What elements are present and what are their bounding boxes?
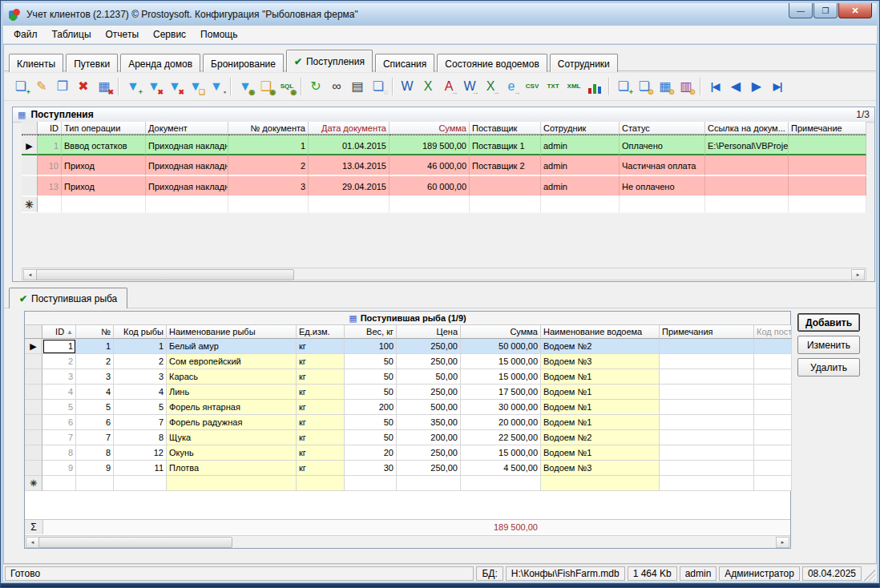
cell[interactable]: Приход [62,176,146,197]
cell[interactable]: Водоем №1 [541,385,660,400]
cell[interactable] [309,197,390,213]
cell[interactable]: 3 [42,369,76,385]
row-selector[interactable] [22,155,38,176]
edit-button[interactable]: Изменить [797,336,860,354]
tab-active[interactable]: ✔Поступления [286,50,373,72]
cell[interactable]: 29.04.2015 [309,176,390,197]
cell[interactable] [660,415,754,430]
cell[interactable]: 189 500,00 [390,135,470,155]
cell[interactable]: 4 [114,385,167,400]
cell[interactable] [42,476,76,491]
new-row[interactable]: ✳ [25,476,790,491]
grid-settings-icon[interactable]: ▦⚙ [655,76,676,97]
nav-prev-icon[interactable]: ◀ [725,76,746,97]
cell[interactable]: 01.04.2015 [309,135,390,155]
export-txt-icon[interactable]: TXT [543,76,563,97]
cell[interactable]: 250,00 [397,445,461,461]
cell[interactable]: кг [297,430,345,445]
cell[interactable]: admin [541,135,620,155]
menu-item[interactable]: Помощь [193,26,244,42]
cell[interactable]: Частичная оплата [620,155,705,176]
cell[interactable] [390,197,470,213]
scroll-thumb[interactable] [38,537,232,548]
cell[interactable] [114,476,167,491]
cell[interactable]: 1 [114,339,167,354]
table-row[interactable]: 667Форель радужнаякг50350,0020 000,00Вод… [25,415,790,430]
cell[interactable] [754,476,792,491]
delete-button[interactable]: Удалить [797,358,860,377]
master-hscrollbar[interactable]: ◂ ▸ [22,268,866,280]
column-header[interactable]: Тип операции [62,122,146,135]
cell[interactable] [754,400,792,415]
column-header[interactable]: № документа [228,122,309,135]
cell[interactable]: кг [297,461,345,476]
row-selector[interactable] [25,415,42,430]
cell[interactable]: 15 000,00 [461,445,541,461]
cell[interactable] [754,430,792,445]
cell[interactable] [620,197,705,213]
column-header[interactable]: Сотрудник [541,122,620,135]
scroll-left-icon[interactable]: ◂ [26,537,39,548]
cell[interactable] [789,197,866,213]
cell[interactable]: 50 [345,430,397,445]
cell[interactable]: 15 000,00 [461,369,541,385]
cell[interactable] [660,430,754,445]
export-pdf-icon[interactable]: A→ [438,76,459,97]
cell[interactable] [660,354,754,369]
tab-item[interactable]: Клиенты [9,54,63,73]
cell[interactable]: Приходная накладн- [146,176,228,197]
cell[interactable]: 250,00 [397,385,461,400]
row-selector-header[interactable] [25,325,42,339]
cell[interactable]: 6 [76,415,114,430]
column-header[interactable]: Сумма [390,122,470,135]
print-icon[interactable]: ▤ [347,76,368,97]
cell[interactable] [754,445,792,461]
cell[interactable]: Водоем №1 [541,400,660,415]
cell[interactable]: 9 [76,461,114,476]
cell[interactable]: 50 [345,354,397,369]
export-csv-icon[interactable]: CSV [522,76,543,97]
nav-first-icon[interactable]: |◀ [704,76,725,97]
cell[interactable]: 2 [76,354,114,369]
cell[interactable] [754,385,792,400]
cell[interactable]: 1 [228,135,309,155]
cell[interactable]: 7 [42,430,76,445]
cell[interactable]: 3 [114,369,167,385]
cell[interactable]: Форель радужная [167,415,297,430]
row-selector[interactable] [25,354,42,369]
column-header[interactable]: Наименование водоема [541,325,660,339]
cell[interactable]: 30 [345,461,397,476]
sql-filter-icon[interactable]: SQL◉ [277,76,297,97]
cell[interactable] [705,197,789,213]
row-selector[interactable] [22,176,38,197]
cell[interactable]: Поставщик 2 [470,155,541,176]
column-header[interactable]: Код посту [754,325,792,339]
minimize-button[interactable]: — [789,3,813,18]
cell[interactable]: 250,00 [397,354,461,369]
cell[interactable]: 17 500,00 [461,385,541,400]
cell[interactable]: 500,00 [397,400,461,415]
cell[interactable]: Водоем №3 [541,461,660,476]
cell[interactable] [789,155,866,176]
cell[interactable]: 100 [345,339,397,354]
column-header[interactable]: Код рыбы [114,325,167,339]
cell[interactable]: кг [297,339,345,354]
row-selector[interactable] [25,461,42,476]
cell[interactable] [754,339,792,354]
tab-item[interactable]: Сотрудники [550,54,618,73]
table-row[interactable]: 444Линькг50250,0017 500,00Водоем №1 [25,385,790,400]
cell[interactable]: 5 [76,400,114,415]
cell[interactable]: кг [297,369,345,385]
row-selector[interactable] [25,445,42,461]
cell[interactable]: 250,00 [397,461,461,476]
cell[interactable]: 2 [42,354,76,369]
cell[interactable]: 22 500,00 [461,430,541,445]
cell[interactable]: 9 [42,461,76,476]
cell[interactable] [470,197,541,213]
tab-item[interactable]: Бронирование [203,54,284,73]
cell[interactable]: 8 [42,445,76,461]
tab-item[interactable]: Путевки [66,54,118,73]
cell[interactable] [660,476,754,491]
cell[interactable]: кг [297,400,345,415]
cell[interactable]: 350,00 [397,415,461,430]
